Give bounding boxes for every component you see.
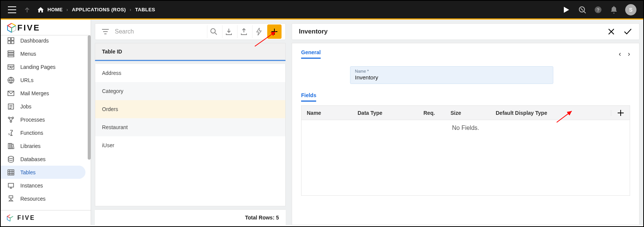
sidebar-item-landing-pages[interactable]: Landing Pages <box>1 60 85 73</box>
sidebar-item-jobs[interactable]: Jobs <box>1 100 85 113</box>
col-type[interactable]: Data Type <box>352 110 418 116</box>
five-logo-icon <box>6 214 14 222</box>
next-section-icon[interactable]: › <box>628 50 630 58</box>
avatar[interactable]: S <box>625 4 636 15</box>
svg-point-14 <box>8 117 10 119</box>
library-icon <box>7 143 15 149</box>
url-icon <box>7 77 15 84</box>
sidebar: FIVE DashboardsMenusLanding PagesURLsMai… <box>1 20 91 225</box>
database-icon <box>7 156 15 163</box>
list-header[interactable]: Table ID <box>95 43 286 61</box>
breadcrumb-home[interactable]: HOME <box>47 7 63 12</box>
menu-icon <box>7 50 15 57</box>
search-input[interactable] <box>114 28 205 35</box>
sidebar-item-tables[interactable]: Tables <box>1 166 85 179</box>
five-logo-icon <box>6 23 17 33</box>
job-icon <box>7 103 15 110</box>
import-icon[interactable] <box>222 25 235 38</box>
add-button[interactable] <box>267 24 282 39</box>
svg-text:fx: fx <box>8 133 11 136</box>
table-row[interactable]: Address <box>95 64 285 82</box>
tab-general[interactable]: General <box>301 49 321 59</box>
mail-icon <box>7 90 15 97</box>
dashboard-icon <box>7 37 15 44</box>
chevron-right-icon: › <box>67 7 68 12</box>
table-row[interactable]: Orders <box>95 100 285 118</box>
home-icon <box>38 7 44 12</box>
col-disp[interactable]: Default Display Type <box>490 110 611 116</box>
top-bar: HOME › APPLICATIONS (ROS) › TABLES ? S <box>1 1 643 20</box>
sidebar-item-libraries[interactable]: Libraries <box>1 139 85 152</box>
instance-icon <box>7 182 15 189</box>
landing-icon <box>7 64 15 70</box>
sidebar-item-functions[interactable]: fxFunctions <box>1 126 85 139</box>
check-icon[interactable] <box>623 27 632 36</box>
sidebar-scrollbar[interactable] <box>88 35 91 210</box>
breadcrumb: HOME › APPLICATIONS (ROS) › TABLES <box>38 7 155 12</box>
sidebar-item-instances[interactable]: Instances <box>1 179 85 192</box>
logo[interactable]: FIVE <box>1 20 91 35</box>
add-field-button[interactable] <box>611 110 630 116</box>
svg-rect-6 <box>11 41 14 44</box>
svg-rect-7 <box>8 51 14 52</box>
bell-icon[interactable] <box>609 5 618 14</box>
export-icon[interactable] <box>237 25 250 38</box>
arrow-up-icon <box>23 5 32 14</box>
sidebar-item-menus[interactable]: Menus <box>1 47 85 60</box>
process-icon <box>7 116 15 123</box>
breadcrumb-app[interactable]: APPLICATIONS (ROS) <box>72 7 126 12</box>
lightning-icon[interactable] <box>252 25 265 38</box>
breadcrumb-page[interactable]: TABLES <box>135 7 155 12</box>
filter-icon[interactable] <box>99 25 112 38</box>
sidebar-item-mail-merges[interactable]: Mail Merges <box>1 87 85 100</box>
fields-table: Name Data Type Req. Size Default Display… <box>301 105 630 196</box>
svg-rect-3 <box>8 38 11 40</box>
svg-rect-8 <box>8 53 14 55</box>
detail-header: Inventory <box>292 23 639 40</box>
resource-icon <box>7 195 15 202</box>
svg-rect-20 <box>12 144 14 149</box>
chevron-right-icon: › <box>129 7 131 12</box>
table-row[interactable]: iUser <box>95 136 285 154</box>
svg-rect-18 <box>8 143 10 149</box>
col-size[interactable]: Size <box>445 110 490 116</box>
col-req[interactable]: Req. <box>418 110 445 116</box>
name-field[interactable]: Name * Inventory <box>350 66 553 84</box>
svg-rect-5 <box>8 41 11 44</box>
svg-text:?: ? <box>597 7 600 13</box>
fields-empty: No Fields. <box>301 120 630 195</box>
sidebar-item-databases[interactable]: Databases <box>1 152 85 166</box>
svg-point-21 <box>8 156 14 158</box>
svg-point-25 <box>211 29 215 33</box>
sidebar-footer: FIVE <box>1 210 91 225</box>
close-icon[interactable] <box>607 27 616 36</box>
sidebar-item-resources[interactable]: Resources <box>1 192 85 205</box>
search-icon[interactable] <box>207 25 220 38</box>
list-panel: Table ID AddressCategoryOrdersRestaurant… <box>91 20 289 225</box>
table-row[interactable]: Restaurant <box>95 118 285 136</box>
svg-rect-4 <box>11 38 14 40</box>
sidebar-item-urls[interactable]: URLs <box>1 73 85 87</box>
sidebar-item-dashboards[interactable]: Dashboards <box>1 35 85 47</box>
col-name[interactable]: Name <box>301 110 352 116</box>
play-icon[interactable] <box>562 5 571 14</box>
svg-rect-22 <box>8 170 14 175</box>
svg-rect-23 <box>8 183 14 187</box>
sidebar-item-processes[interactable]: Processes <box>1 113 85 126</box>
svg-rect-24 <box>9 196 13 198</box>
svg-rect-9 <box>8 55 14 57</box>
table-icon <box>7 169 15 176</box>
prev-section-icon[interactable]: ‹ <box>619 50 621 58</box>
list-toolbar <box>95 23 286 40</box>
svg-point-15 <box>12 117 14 119</box>
detail-panel: Inventory General ‹ › Name * Inventory F… <box>289 20 643 225</box>
help-icon[interactable]: ? <box>594 5 603 14</box>
function-icon: fx <box>7 129 15 136</box>
svg-point-16 <box>10 121 12 122</box>
logo-text: FIVE <box>17 23 40 33</box>
find-icon[interactable] <box>578 5 587 14</box>
table-row[interactable]: Category <box>95 82 285 100</box>
page-title: Inventory <box>299 28 328 35</box>
fields-label: Fields <box>301 92 316 102</box>
hamburger-icon[interactable] <box>8 5 17 14</box>
